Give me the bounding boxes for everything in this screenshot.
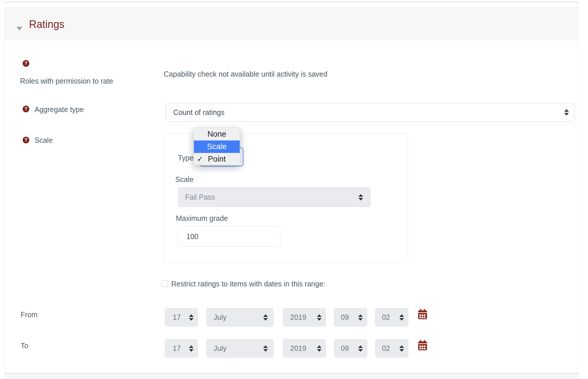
from-year-select[interactable]: 2019 xyxy=(283,308,326,326)
ratings-section-header: Ratings xyxy=(4,7,579,41)
select-arrows-icon xyxy=(399,345,404,352)
from-hour-select[interactable]: 09 xyxy=(334,308,367,326)
help-icon-aggregate[interactable]: ? xyxy=(23,106,29,112)
select-arrows-icon xyxy=(317,345,322,352)
select-arrows-icon xyxy=(263,314,268,321)
restrict-checkbox[interactable] xyxy=(161,280,168,287)
check-icon: ✓ xyxy=(197,155,203,164)
type-dropdown-menu: None Scale ✓ Point xyxy=(194,128,240,165)
to-month-select[interactable]: July xyxy=(206,339,273,358)
roles-label: Roles with permission to rate xyxy=(20,77,113,85)
select-arrows-icon xyxy=(317,314,322,321)
help-icon-scale[interactable]: ? xyxy=(23,137,29,143)
help-icon-roles[interactable]: ? xyxy=(23,60,29,67)
calendar-icon xyxy=(418,340,427,350)
to-day-value: 17 xyxy=(165,344,189,353)
select-arrows-icon xyxy=(263,345,268,352)
scale-label: Scale xyxy=(35,136,53,145)
next-section-edge xyxy=(4,373,579,379)
ratings-section-body: ? Roles with permission to rate Capabili… xyxy=(4,41,579,373)
page: Ratings ? Roles with permission to rate … xyxy=(0,0,588,379)
ratings-section: Ratings ? Roles with permission to rate … xyxy=(4,7,579,373)
menu-item-none[interactable]: None xyxy=(194,128,240,140)
from-year-value: 2019 xyxy=(283,313,317,322)
from-day-value: 17 xyxy=(165,313,189,322)
from-day-select[interactable]: 17 xyxy=(165,308,198,326)
max-grade-input[interactable] xyxy=(178,226,280,247)
scale-select-disabled[interactable]: Fail Pass xyxy=(178,187,370,207)
to-year-value: 2019 xyxy=(283,344,317,353)
from-minute-select[interactable]: 02 xyxy=(375,308,408,326)
from-label: From xyxy=(21,311,37,319)
select-arrows-icon xyxy=(358,194,363,201)
to-label: To xyxy=(21,342,28,350)
to-calendar-button[interactable] xyxy=(418,340,428,351)
from-calendar-button[interactable] xyxy=(418,309,428,320)
menu-item-point-label: Point xyxy=(208,155,226,164)
from-month-select[interactable]: July xyxy=(206,308,273,326)
to-month-value: July xyxy=(207,344,263,353)
menu-item-none-label: None xyxy=(208,130,226,139)
menu-item-point[interactable]: ✓ Point xyxy=(194,153,240,165)
collapse-caret-icon[interactable] xyxy=(17,27,22,30)
from-month-value: July xyxy=(207,313,263,322)
select-arrows-icon xyxy=(189,345,194,352)
aggregate-label: Aggregate type xyxy=(35,105,84,114)
to-hour-select[interactable]: 09 xyxy=(334,339,367,358)
type-label: Type xyxy=(178,154,194,162)
to-minute-select[interactable]: 02 xyxy=(375,339,408,358)
section-title[interactable]: Ratings xyxy=(29,18,64,30)
roles-static-value: Capability check not available until act… xyxy=(164,70,327,78)
select-arrows-icon xyxy=(358,345,363,352)
max-grade-label: Maximum grade xyxy=(176,214,228,223)
restrict-label: Restrict ratings to items with dates in … xyxy=(171,280,325,288)
aggregate-type-selected-value: Count of ratings xyxy=(166,108,564,117)
from-hour-value: 09 xyxy=(334,313,358,322)
to-year-select[interactable]: 2019 xyxy=(283,339,326,358)
select-arrows-icon xyxy=(399,314,404,321)
aggregate-type-select[interactable]: Count of ratings xyxy=(166,103,574,122)
from-minute-value: 02 xyxy=(376,313,399,322)
select-arrows-icon xyxy=(564,109,569,115)
to-minute-value: 02 xyxy=(376,344,399,353)
select-arrows-icon xyxy=(189,314,194,321)
select-arrows-icon xyxy=(358,314,363,321)
to-day-select[interactable]: 17 xyxy=(165,339,198,358)
inner-scale-label: Scale xyxy=(175,175,194,184)
scale-selected-value: Fail Pass xyxy=(178,193,358,201)
to-hour-value: 09 xyxy=(334,344,358,353)
menu-item-scale-label: Scale xyxy=(207,142,227,151)
previous-section-edge xyxy=(4,0,579,3)
menu-item-scale[interactable]: Scale xyxy=(194,140,240,153)
calendar-icon xyxy=(418,309,427,319)
